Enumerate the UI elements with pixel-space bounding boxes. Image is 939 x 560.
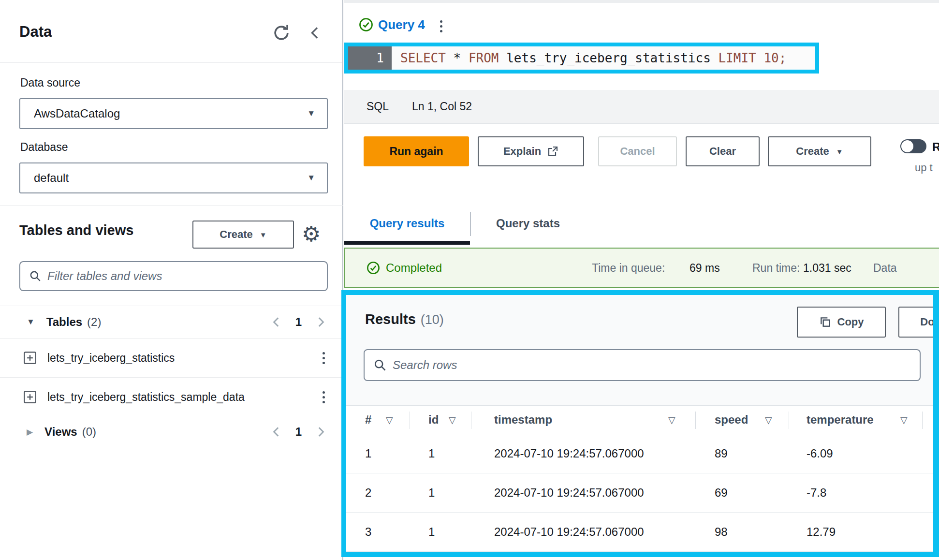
page-number: 1 xyxy=(295,425,302,439)
table-list-item[interactable]: lets_try_iceberg_statistics_sample_data xyxy=(0,378,343,417)
sort-icon[interactable]: ▽ xyxy=(668,414,675,426)
sort-icon[interactable]: ▽ xyxy=(900,414,908,426)
tables-group-label: Tables xyxy=(46,315,82,329)
views-pagination: 1 xyxy=(270,425,327,439)
gear-icon[interactable]: ⚙ xyxy=(302,221,321,246)
column-header[interactable]: # xyxy=(365,413,371,427)
run-again-button[interactable]: Run again xyxy=(364,136,469,166)
toggle-label-clipped: R xyxy=(932,140,939,154)
sidebar-header: Data xyxy=(0,0,342,63)
page-next-icon[interactable] xyxy=(314,316,327,328)
data-source-value: AwsDataCatalog xyxy=(34,107,120,120)
results-annotation-border-top xyxy=(341,290,939,295)
create-table-button[interactable]: Create ▼ xyxy=(192,221,294,249)
tables-group-count: (2) xyxy=(87,315,101,329)
tab-query-results[interactable]: Query results xyxy=(344,205,470,242)
queue-time-value: 69 ms xyxy=(690,249,720,287)
table-list-item[interactable]: lets_try_iceberg_statistics xyxy=(0,339,343,378)
copy-button[interactable]: Copy xyxy=(797,307,886,338)
window-top-strip xyxy=(344,0,939,3)
search-placeholder: Search rows xyxy=(393,358,457,372)
sort-icon[interactable]: ▽ xyxy=(449,414,456,426)
expander-right-icon[interactable]: ▶ xyxy=(27,427,33,437)
table-name[interactable]: lets_try_iceberg_statistics_sample_data xyxy=(47,391,245,404)
explain-button[interactable]: Explain xyxy=(478,136,584,166)
query-status-bar: Completed Time in queue: 69 ms Run time:… xyxy=(344,248,939,288)
tab-query-stats[interactable]: Query stats xyxy=(471,205,585,242)
column-header[interactable]: temperature xyxy=(807,413,874,427)
sort-icon[interactable]: ▽ xyxy=(386,414,393,426)
completed-check-icon xyxy=(367,261,380,275)
results-count: (10) xyxy=(421,312,444,327)
status-state: Completed xyxy=(386,261,442,275)
run-time-label: Run time: xyxy=(752,249,800,287)
results-annotation-border-bottom xyxy=(341,552,939,557)
collapse-panel-icon[interactable] xyxy=(308,25,323,41)
run-time-value: 1.031 sec xyxy=(803,249,851,287)
table-name[interactable]: lets_try_iceberg_statistics xyxy=(47,352,175,365)
expand-plus-icon[interactable] xyxy=(23,390,37,404)
results-table-header: #▽ id▽ timestamp▽ speed▽ temperature▽ xyxy=(346,405,933,434)
active-tab-underline xyxy=(344,241,470,245)
clear-button[interactable]: Clear xyxy=(686,136,760,166)
create-dropdown-button[interactable]: Create ▼ xyxy=(768,136,871,166)
reuse-results-toggle[interactable] xyxy=(900,139,926,153)
sidebar-title: Data xyxy=(19,23,52,41)
expand-plus-icon[interactable] xyxy=(23,351,37,365)
sql-code-line[interactable]: SELECT * FROM lets_try_iceberg_statistic… xyxy=(392,46,815,70)
page-number: 1 xyxy=(295,315,302,329)
search-rows-input[interactable]: Search rows xyxy=(364,349,921,381)
database-label: Database xyxy=(20,141,68,154)
table-actions-kebab-icon[interactable] xyxy=(321,350,327,366)
search-icon xyxy=(373,358,387,372)
editor-status-bar: SQL Ln 1, Col 52 xyxy=(344,90,939,124)
query-tab[interactable]: Query 4 xyxy=(378,17,425,32)
views-group-count: (0) xyxy=(82,425,96,439)
data-source-label: Data source xyxy=(20,76,80,89)
toggle-sublabel-clipped: up t xyxy=(915,162,933,174)
results-annotation-border-left xyxy=(341,290,346,557)
editor-mode: SQL xyxy=(367,100,389,113)
refresh-icon[interactable] xyxy=(271,22,292,44)
line-number-gutter: 1 xyxy=(348,46,392,70)
cursor-position: Ln 1, Col 52 xyxy=(412,100,472,113)
chevron-down-icon: ▼ xyxy=(307,173,315,183)
expander-down-icon[interactable]: ▼ xyxy=(27,317,35,327)
divider xyxy=(0,205,343,206)
athena-query-editor: Data Data source AwsDataCatalog ▼ Databa… xyxy=(0,0,939,560)
sql-line-annotation-box: 1 SELECT * FROM lets_try_iceberg_statist… xyxy=(344,43,819,74)
database-value: default xyxy=(34,171,69,185)
filter-placeholder: Filter tables and views xyxy=(47,269,162,283)
page-prev-icon[interactable] xyxy=(270,316,283,328)
sort-icon[interactable]: ▽ xyxy=(765,414,772,426)
tables-pagination: 1 xyxy=(270,315,327,329)
external-link-icon xyxy=(547,146,558,157)
filter-tables-input[interactable]: Filter tables and views xyxy=(19,261,328,291)
data-source-select[interactable]: AwsDataCatalog ▼ xyxy=(19,98,328,129)
data-sidebar: Data Data source AwsDataCatalog ▼ Databa… xyxy=(0,0,343,560)
query-success-check-icon xyxy=(359,17,373,32)
table-row[interactable]: 2 1 2024-07-10 19:24:57.067000 69 -7.8 xyxy=(346,473,933,513)
query-tab-kebab-icon[interactable] xyxy=(438,18,444,34)
page-prev-icon[interactable] xyxy=(270,426,283,438)
chevron-down-icon: ▼ xyxy=(836,147,843,156)
queue-time-label: Time in queue: xyxy=(592,249,665,287)
database-select[interactable]: default ▼ xyxy=(19,162,328,193)
chevron-down-icon: ▼ xyxy=(307,109,315,118)
column-header[interactable]: timestamp xyxy=(494,413,552,427)
results-title: Results(10) xyxy=(365,311,444,327)
column-header[interactable]: speed xyxy=(715,413,748,427)
search-icon xyxy=(29,270,42,282)
column-header[interactable]: id xyxy=(428,413,439,427)
table-row[interactable]: 1 1 2024-07-10 19:24:57.067000 89 -6.09 xyxy=(346,434,933,473)
page-next-icon[interactable] xyxy=(314,426,327,438)
data-scanned-label-clipped: Data xyxy=(873,249,897,287)
table-row[interactable]: 3 1 2024-07-10 19:24:57.067000 98 12.79 xyxy=(346,513,933,552)
views-group-label: Views xyxy=(44,425,77,439)
table-actions-kebab-icon[interactable] xyxy=(321,389,327,405)
copy-icon xyxy=(819,316,832,328)
views-group-row: ▶ Views (0) 1 xyxy=(0,414,343,450)
chevron-down-icon: ▼ xyxy=(260,231,267,239)
cancel-button[interactable]: Cancel xyxy=(598,136,677,166)
tables-and-views-title: Tables and views xyxy=(19,222,133,238)
